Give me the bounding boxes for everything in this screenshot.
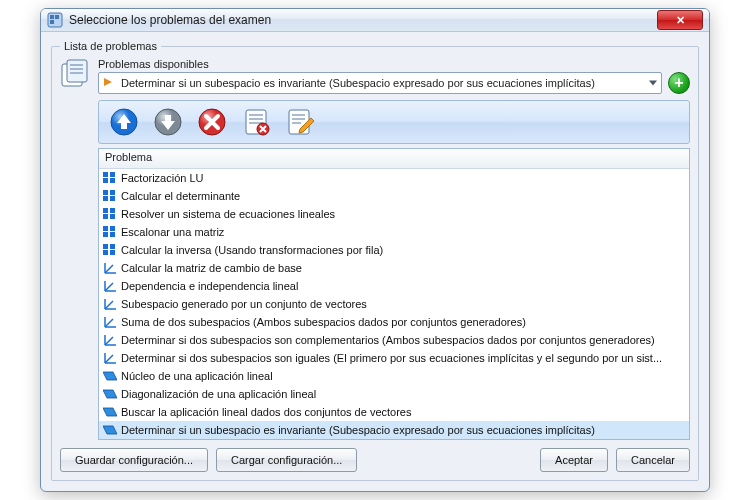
svg-rect-2 [55,15,59,19]
svg-line-56 [105,319,113,327]
svg-rect-40 [110,232,115,237]
svg-rect-35 [103,214,108,219]
svg-rect-28 [110,178,115,183]
list-item[interactable]: Determinar si dos subespacios son comple… [99,331,689,349]
list-item-label: Escalonar una matriz [121,226,224,238]
list-item[interactable]: Buscar la aplicación lineal dados dos co… [99,403,689,421]
list-item-label: Factorización LU [121,172,204,184]
svg-marker-9 [104,78,112,86]
svg-rect-25 [103,172,108,177]
svg-line-50 [105,283,113,291]
list-item-label: Resolver un sistema de ecuaciones lineal… [121,208,335,220]
list-item[interactable]: Determinar si dos subespacios son iguale… [99,349,689,367]
select-problems-dialog: Seleccione los problemas del examen ✕ Li… [40,8,710,492]
plus-icon: + [674,74,683,92]
svg-rect-37 [103,226,108,231]
chevron-down-icon [649,81,657,86]
matrix-icon [103,189,119,203]
svg-rect-43 [103,250,108,255]
list-item[interactable]: Determinar si un subespacio es invariant… [99,421,689,439]
list-item[interactable]: Factorización LU [99,169,689,187]
combo-selected-text: Determinar si un subespacio es invariant… [121,77,595,89]
save-config-button[interactable]: Guardar configuración... [60,448,208,472]
vectorspace-icon [103,351,119,365]
window-title: Seleccione los problemas del examen [69,13,657,27]
svg-line-47 [105,265,113,273]
list-item[interactable]: Núcleo de una aplicación lineal [99,367,689,385]
add-problem-button[interactable]: + [668,72,690,94]
svg-rect-27 [103,178,108,183]
list-item-label: Calcular la inversa (Usando transformaci… [121,244,383,256]
dialog-body: Lista de problemas Problemas disponibles… [41,32,709,491]
list-item-label: Determinar si dos subespacios son iguale… [121,352,662,364]
list-item[interactable]: Dependencia e independencia lineal [99,277,689,295]
list-item[interactable]: Subespacio generado por un conjunto de v… [99,295,689,313]
edit-button[interactable] [281,104,319,140]
list-item[interactable]: Calcular el determinante [99,187,689,205]
matrix-icon [103,171,119,185]
close-icon: ✕ [676,14,685,27]
vectorspace-icon [103,297,119,311]
svg-marker-66 [103,426,117,434]
list-item[interactable]: Suma de dos subespacios (Ambos subespaci… [99,313,689,331]
titlebar[interactable]: Seleccione los problemas del examen ✕ [41,9,709,32]
list-item[interactable]: Escalonar una matriz [99,223,689,241]
problem-list: Problema Factorización LUCalcular el det… [98,148,690,440]
accept-button[interactable]: Aceptar [540,448,608,472]
svg-rect-44 [110,250,115,255]
list-item[interactable]: Diagonalización de una aplicación lineal [99,385,689,403]
svg-line-53 [105,301,113,309]
delete-icon [197,107,227,137]
svg-rect-42 [110,244,115,249]
move-down-button[interactable] [149,104,187,140]
matrix-icon [103,225,119,239]
combo-row: Determinar si un subespacio es invariant… [98,72,690,94]
svg-line-62 [105,355,113,363]
linearmap-icon [103,423,119,437]
svg-rect-33 [103,208,108,213]
remove-page-button[interactable] [237,104,275,140]
svg-rect-29 [103,190,108,195]
list-item[interactable]: Resolver un sistema de ecuaciones lineal… [99,205,689,223]
list-item-label: Determinar si un subespacio es invariant… [121,424,595,436]
cancel-button[interactable]: Cancelar [616,448,690,472]
svg-rect-1 [50,15,54,19]
close-button[interactable]: ✕ [657,10,703,30]
linearmap-icon [103,369,119,383]
svg-marker-65 [103,408,117,416]
list-header[interactable]: Problema [99,149,689,169]
list-item-label: Buscar la aplicación lineal dados dos co… [121,406,411,418]
svg-rect-39 [103,232,108,237]
group-legend: Lista de problemas [60,40,161,52]
list-body[interactable]: Factorización LUCalcular el determinante… [99,169,689,439]
svg-rect-41 [103,244,108,249]
svg-rect-32 [110,196,115,201]
list-item-label: Calcular el determinante [121,190,240,202]
linearmap-icon [103,387,119,401]
list-item-label: Subespacio generado por un conjunto de v… [121,298,367,310]
delete-button[interactable] [193,104,231,140]
vectorspace-icon [103,279,119,293]
edit-icon [285,107,315,137]
load-config-button[interactable]: Cargar configuración... [216,448,357,472]
available-label: Problemas disponibles [98,58,690,70]
available-row: Problemas disponibles Determinar si un s… [60,58,690,94]
svg-rect-30 [110,190,115,195]
list-item-label: Determinar si dos subespacios son comple… [121,334,655,346]
svg-rect-31 [103,196,108,201]
move-down-icon [153,107,183,137]
svg-rect-5 [67,60,87,82]
list-item[interactable]: Calcular la matriz de cambio de base [99,259,689,277]
available-problems-combo[interactable]: Determinar si un subespacio es invariant… [98,72,662,94]
app-icon [47,12,63,28]
play-icon [103,77,115,89]
list-item[interactable]: Calcular la inversa (Usando transformaci… [99,241,689,259]
list-item-label: Calcular la matriz de cambio de base [121,262,302,274]
available-right: Problemas disponibles Determinar si un s… [98,58,690,94]
matrix-icon [103,207,119,221]
svg-rect-36 [110,214,115,219]
svg-rect-38 [110,226,115,231]
list-toolbar [98,100,690,144]
linearmap-icon [103,405,119,419]
move-up-button[interactable] [105,104,143,140]
